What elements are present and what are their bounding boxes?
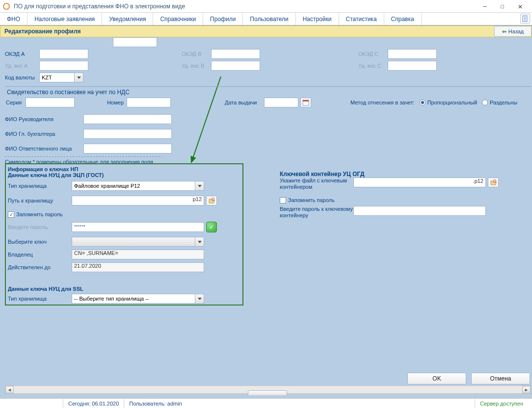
menu-directories[interactable]: Справочники [153,13,203,25]
calendar-icon[interactable] [300,98,311,107]
fio-resp-label: ФИО Ответственного лица [5,146,83,152]
fio-acc-input[interactable] [83,129,172,139]
container-remember-checkbox[interactable] [280,197,286,204]
menu-profiles[interactable]: Профили [203,13,243,25]
chevron-down-icon [74,73,83,82]
svg-rect-3 [303,100,309,102]
status-date: Сегодня: 06.01.2020 [63,399,124,408]
top-stray-input[interactable] [113,37,157,47]
container-title: Ключевой контейнер УЦ ОГД [280,171,515,178]
oked-a-label: ОКЭД А [5,51,39,57]
window-title-bar: ПО для подготовки и представления ФНО в … [0,0,532,13]
fio-acc-label: ФИО Гл. бухгалтера [5,131,83,137]
vat-series-input[interactable] [26,98,75,107]
close-button[interactable]: ✕ [511,1,529,12]
storage-path-label: Путь к хранилищу [8,198,72,204]
vat-date-input[interactable] [264,98,298,107]
storage-type-value: Файловое хранилище P12 [74,183,140,189]
ssl-title: Данные ключа НУЦ для SSL [8,286,239,292]
weight-b-input[interactable] [211,61,260,71]
select-key-label: Выберите ключ [8,239,72,245]
panel-title: Редактирование профиля [0,28,85,35]
valid-until-value: 21.07.2020 [72,262,204,272]
storage-path-input[interactable]: p12 [72,196,204,205]
vat-number-label: Номер [75,100,124,105]
remember-password-label: Запомнить пароль [16,211,63,217]
weight-c-input[interactable] [388,61,437,71]
password-input[interactable]: •••••• [72,222,204,232]
window-title: ПО для подготовки и представления ФНО в … [14,3,476,10]
radio-separate-label: Раздельны [490,100,517,105]
maximize-button[interactable]: ☐ [494,1,511,12]
fio-resp-input[interactable] [83,144,172,153]
owner-value: CN= ,SURNAME= [72,250,204,259]
back-label: Назад [508,28,524,34]
fio-head-input[interactable] [83,114,172,124]
currency-select[interactable]: KZT [39,73,83,82]
ssl-storage-label: Тип хранилища [8,296,72,302]
ssl-storage-value: -- Выберите тип хранилища -- [74,296,149,302]
weight-a-input[interactable] [39,61,88,71]
panel-title-bar: Редактирование профиля ⇐ Назад [0,26,532,37]
menu-notifications[interactable]: Уведомления [102,13,153,25]
menu-tax-apps[interactable]: Налоговые заявления [27,13,102,25]
oked-b-label: ОКЭД В [182,51,211,57]
oked-c-input[interactable] [388,49,437,59]
ssl-storage-select[interactable]: -- Выберите тип хранилища -- [72,294,204,304]
oked-b-input[interactable] [211,49,260,59]
storage-type-select[interactable]: Файловое хранилище P12 [72,181,204,191]
currency-value: KZT [42,75,52,80]
menu-fno[interactable]: ФНО [0,13,27,25]
owner-label: Владелец [8,252,72,257]
browse-file-icon[interactable] [206,196,217,205]
keys-info-panel: Информация о ключах НП Данные ключа НУЦ … [5,163,243,306]
vat-method-label: Метод отнесения в зачет: [350,100,415,105]
vat-series-label: Серия [6,100,26,105]
scroll-thumb[interactable] [248,390,287,396]
footer-buttons: OK Отмена [407,373,530,384]
select-key-dropdown[interactable] [72,237,204,247]
scroll-left-arrow-icon[interactable]: ◄ [5,386,14,393]
chevron-down-icon [195,294,204,303]
currency-label: Код валюты [5,75,39,80]
chevron-down-icon [195,181,204,190]
container-pwd-label: Введите пароль к ключевому контейнеру [280,206,353,219]
vat-date-label: Дата выдачи [225,100,264,105]
remember-password-checkbox[interactable] [8,211,14,218]
weight-b-label: Уд. вес В [182,63,211,69]
container-file-input[interactable]: .p12 [353,178,486,187]
status-bar: Сегодня: 06.01.2020 Пользователь: admin … [0,398,532,408]
container-remember-label: Запомнить пароль [288,197,335,203]
oked-a-input[interactable] [39,49,88,59]
scroll-right-arrow-icon[interactable]: ► [522,386,531,393]
gost-title: Данные ключа НУЦ для ЭЦП (ГОСТ) [8,172,239,178]
radio-proportional[interactable] [420,100,426,105]
menu-statistics[interactable]: Статистика [339,13,384,25]
radio-proportional-label: Пропорциональный [427,100,477,105]
key-container-panel: Ключевой контейнер УЦ ОГД Укажите файл с… [280,171,515,223]
document-icon[interactable] [520,14,530,24]
radio-separate[interactable] [482,100,488,105]
container-file-label: Укажите файл с ключевым контейнером [280,178,353,190]
horizontal-scrollbar[interactable]: ◄ ► [5,385,531,394]
vat-title: Свидетельство о постановке на учет по НД… [5,88,531,97]
back-arrow-icon: ⇐ [502,28,506,35]
keys-info-title: Информация о ключах НП [8,166,239,172]
menu-users[interactable]: Пользователи [243,13,295,25]
container-pwd-input[interactable] [353,206,486,216]
vat-number-input[interactable] [127,98,171,107]
menu-settings[interactable]: Настройки [296,13,339,25]
cancel-button[interactable]: Отмена [471,373,530,384]
status-server: Сервер доступен [475,399,528,408]
weight-a-label: Уд. вес А [5,63,39,69]
password-confirm-button[interactable]: ✓ [206,222,217,232]
ok-button[interactable]: OK [407,373,466,384]
weight-c-label: Уд. вес С [358,63,388,69]
minimize-button[interactable]: — [476,1,494,12]
browse-file-icon[interactable] [488,178,499,187]
app-logo-icon [3,3,10,10]
fio-head-label: ФИО Руководителя [5,116,83,122]
password-label: Введите пароль [8,224,72,230]
back-button[interactable]: ⇐ Назад [494,26,532,37]
menu-help[interactable]: Справка [384,13,422,25]
